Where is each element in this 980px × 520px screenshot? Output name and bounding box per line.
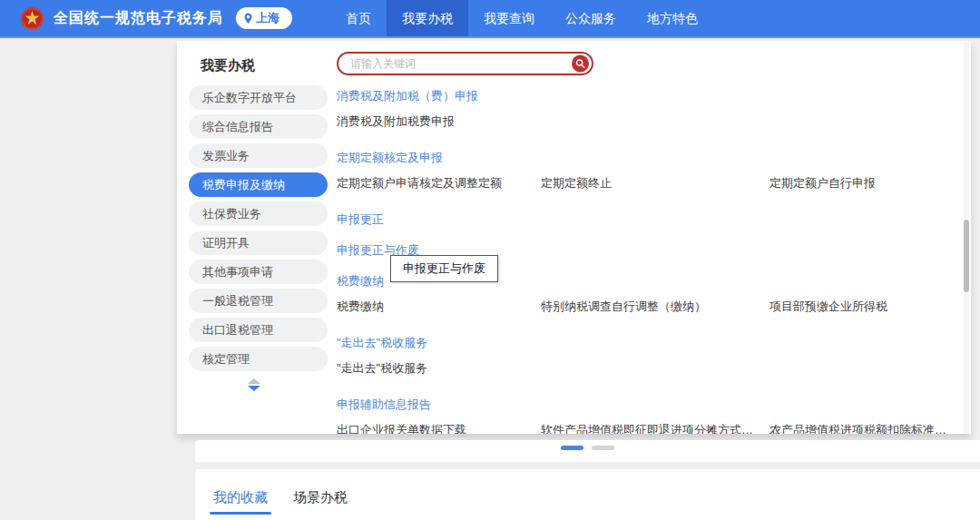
menu-item-link[interactable]: 定期定额户申请核定及调整定额 [337,175,541,191]
location-pin-icon [243,13,253,25]
bottom-tabs: 我的收藏场景办税 [195,469,980,515]
favorites-panel: 我的收藏场景办税 [195,469,980,520]
location-label: 上海 [256,10,279,26]
menu-category-link[interactable]: 税费缴纳 [337,273,384,289]
menu-section-0: 消费税及附加税（费）申报消费税及附加税费申报 [337,88,963,130]
nav-item-2[interactable]: 我要查询 [468,0,550,36]
sidebar-item-7[interactable]: 一般退税管理 [189,289,328,313]
menu-item-row: 消费税及附加税费申报 [337,113,963,130]
menu-item-row: "走出去"税收服务 [337,360,963,377]
sidebar-list: 乐企数字开放平台综合信息报告发票业务税费申报及缴纳社保费业务证明开具其他事项申请… [177,85,331,371]
sidebar-title: 我要办税 [201,57,331,74]
menu-category-link[interactable]: 申报更正 [337,211,384,228]
menu-section-2: 申报更正 [337,211,963,228]
main-nav: 首页我要办税我要查询公众服务地方特色 [330,0,713,36]
sidebar-item-5[interactable]: 证明开具 [189,231,328,255]
chevron-down-icon [248,386,260,391]
search-icon [575,59,585,69]
sidebar-expand-arrow[interactable] [246,378,262,391]
tax-emblem-logo [20,6,44,31]
menu-category-link[interactable]: 消费税及附加税（费）申报 [337,88,478,104]
menu-item-link[interactable]: 定期定额终止 [541,175,769,191]
menu-category-link[interactable]: 定期定额核定及申报 [337,150,443,166]
carousel-strip [195,440,980,462]
search-bar [337,52,593,75]
search-input[interactable] [338,54,556,74]
menu-section-5: "走出去"税收服务"走出去"税收服务 [337,335,963,377]
menu-item-link[interactable]: 特别纳税调查自行调整（缴纳） [541,299,769,315]
menu-item-row: 税费缴纳特别纳税调查自行调整（缴纳）项目部预缴企业所得税 [337,299,963,315]
cursor-tooltip: 申报更正与作废 [390,255,498,282]
sidebar-item-0[interactable]: 乐企数字开放平台 [189,85,328,110]
sidebar-item-2[interactable]: 发票业务 [189,143,328,168]
menu-item-row: 出口企业报关单数据下载软件产品增值税即征即退进项分摊方式资料报...农产品增值税… [337,422,963,434]
menu-item-link[interactable]: 农产品增值税进项税额扣除标准备案 [769,422,963,434]
menu-section-6: 申报辅助信息报告出口企业报关单数据下载软件产品增值税即征即退进项分摊方式资料报.… [337,397,963,434]
menu-sidebar: 我要办税 乐企数字开放平台综合信息报告发票业务税费申报及缴纳社保费业务证明开具其… [177,41,331,434]
menu-item-link[interactable]: 项目部预缴企业所得税 [769,299,963,315]
nav-item-3[interactable]: 公众服务 [550,0,632,36]
chevron-up-icon [248,378,260,384]
sidebar-item-9[interactable]: 核定管理 [189,347,328,371]
bottom-tab-1[interactable]: 场景办税 [293,489,348,515]
site-title: 全国统一规范电子税务局 [54,9,223,28]
sidebar-item-4[interactable]: 社保费业务 [189,201,328,226]
menu-item-link[interactable]: 软件产品增值税即征即退进项分摊方式资料报... [541,422,769,434]
sidebar-item-1[interactable]: 综合信息报告 [189,114,328,139]
scrollbar-thumb[interactable] [964,220,969,292]
menu-scrollbar[interactable] [964,41,969,434]
menu-category-link[interactable]: 申报辅助信息报告 [337,397,431,413]
nav-item-0[interactable]: 首页 [330,0,387,36]
menu-category-link[interactable]: "走出去"税收服务 [337,335,427,351]
tax-mega-menu: 我要办税 乐企数字开放平台综合信息报告发票业务税费申报及缴纳社保费业务证明开具其… [177,41,971,434]
location-selector[interactable]: 上海 [236,7,292,29]
menu-section-1: 定期定额核定及申报定期定额户申请核定及调整定额定期定额终止定期定额户自行申报 [337,150,963,191]
menu-item-link[interactable]: 定期定额户自行申报 [769,175,963,191]
sidebar-item-6[interactable]: 其他事项申请 [189,260,328,284]
sidebar-item-3[interactable]: 税费申报及缴纳 [189,172,328,197]
menu-item-link[interactable]: 出口企业报关单数据下载 [337,422,541,434]
sidebar-item-8[interactable]: 出口退税管理 [189,318,328,342]
nav-item-1[interactable]: 我要办税 [387,0,468,36]
nav-item-4[interactable]: 地方特色 [632,0,713,36]
menu-item-link[interactable]: 消费税及附加税费申报 [337,113,541,130]
menu-item-link[interactable]: 税费缴纳 [337,299,541,315]
top-header: 全国统一规范电子税务局 上海 首页我要办税我要查询公众服务地方特色 [0,0,980,38]
bottom-tab-0[interactable]: 我的收藏 [213,489,268,515]
menu-item-row: 定期定额户申请核定及调整定额定期定额终止定期定额户自行申报 [337,175,963,191]
carousel-dot-0[interactable] [561,446,583,450]
menu-item-link[interactable]: "走出去"税收服务 [337,360,541,377]
menu-content: 消费税及附加税（费）申报消费税及附加税费申报定期定额核定及申报定期定额户申请核定… [337,41,963,434]
search-button[interactable] [572,55,589,73]
carousel-dot-1[interactable] [592,446,614,450]
